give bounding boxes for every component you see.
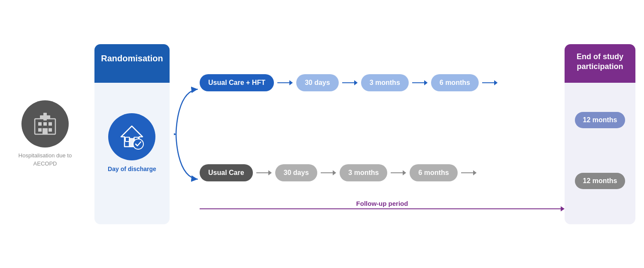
arrow-1-top [277,80,293,85]
bottom-3months-pill: 3 months [340,164,387,182]
arrow-3-bottom [391,170,406,175]
svg-rect-2 [43,122,47,126]
followup-label: Follow-up period [356,200,408,207]
svg-rect-6 [43,128,48,134]
randomisation-title: Randomisation [94,44,169,70]
arrow-2-bottom [321,170,336,175]
hospital-icon [21,100,69,148]
arrow-1-bottom [256,170,272,175]
bottom-arm-row: Usual Care 30 days 3 months 6 months [200,164,480,182]
svg-rect-3 [49,122,52,126]
bottom-12months-pill: 12 months [575,173,625,189]
branch-arrows [174,44,565,224]
arrow-2-top [342,80,358,85]
top-30days-pill: 30 days [296,74,339,92]
top-6months-pill: 6 months [431,74,479,92]
end-of-study-box: End of study participation 12 months 12 … [565,44,635,224]
svg-rect-4 [38,128,42,132]
followup-container: Follow-up period [200,206,565,211]
discharge-label: Day of discharge [108,166,156,172]
arrow-4-bottom [461,170,477,175]
svg-rect-1 [38,122,42,126]
arrow-4-top [482,80,498,85]
discharge-circle [108,113,155,160]
followup-line [200,208,561,209]
usual-care-hft-pill: Usual Care + HFT [200,74,274,92]
end-of-study-title: End of study participation [565,44,635,77]
diagram: Hospitalisation due to AECOPD Randomisat… [0,0,644,268]
randomisation-box: Randomisation Day of discharge [94,44,170,224]
end-body: 12 months 12 months [571,77,629,224]
hospital-label: Hospitalisation due to AECOPD [9,152,82,167]
svg-rect-5 [49,128,52,132]
usual-care-pill: Usual Care [200,164,253,182]
followup-arrowhead [561,206,565,211]
top-arm-row: Usual Care + HFT 30 days 3 months 6 mont… [200,74,501,92]
arrow-3-top [412,80,428,85]
svg-rect-8 [40,115,50,118]
bottom-30days-pill: 30 days [275,164,318,182]
flow-section: Usual Care + HFT 30 days 3 months 6 mont… [174,44,565,224]
randomisation-body: Day of discharge [108,70,156,224]
top-12months-pill: 12 months [575,112,625,128]
top-3months-pill: 3 months [361,74,409,92]
bottom-6months-pill: 6 months [410,164,457,182]
hospital-section: Hospitalisation due to AECOPD [9,100,82,167]
